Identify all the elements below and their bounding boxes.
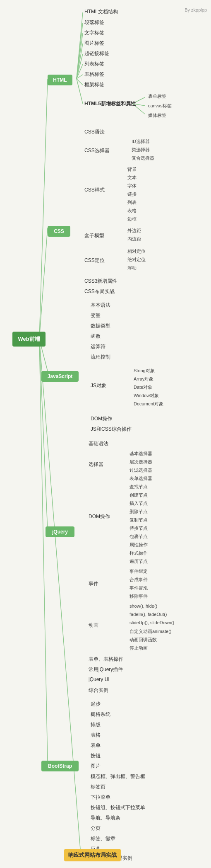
jq-dom-0: 查找节点 — [128, 483, 149, 490]
css-item-6: CSS布局实战 — [83, 287, 116, 296]
bs-item-7: 模态框、弹出框、警告框 — [89, 772, 147, 781]
js-obj-0: String对象 — [132, 367, 156, 374]
svg-line-11 — [77, 64, 83, 79]
jq-sel-3: 表单选择器 — [128, 475, 153, 482]
html-item-4: 超链接标签 — [83, 49, 111, 58]
bs-item-1: 栅格系统 — [89, 710, 112, 719]
css-style-2: 字体 — [126, 182, 138, 189]
js-item-7: DOM操作 — [89, 415, 114, 423]
jq-dom-6: 包裹节点 — [128, 533, 149, 540]
jq-item-5: 表单、表格操作 — [87, 655, 125, 664]
jq-dom-9: 遍历节点 — [128, 558, 149, 565]
jq-item-0: 基础语法 — [87, 439, 110, 448]
css-pos-2: 浮动 — [126, 264, 138, 272]
bs-item-8: 标签页 — [89, 783, 107, 791]
jq-anim-3: 自定义动画animate() — [128, 628, 173, 635]
jq-item-3: 事件 — [87, 579, 100, 588]
svg-line-5 — [39, 339, 81, 854]
html-sub-2: 媒体标签 — [147, 112, 168, 119]
css-box-0: 外边距 — [126, 227, 142, 234]
jq-item-8: 综合实例 — [87, 686, 110, 695]
js-node: JavaScript — [41, 371, 79, 382]
html-item-8: HTML5新增标签和属性 — [83, 99, 137, 108]
js-item-3: 函数 — [89, 332, 102, 341]
css-pos-1: 绝对定位 — [126, 256, 147, 263]
svg-line-8 — [77, 33, 83, 79]
jq-sel-0: 基本选择器 — [128, 450, 153, 457]
html-item-0: HTML文档结构 — [83, 7, 120, 16]
jq-evt-1: 合成事件 — [128, 576, 149, 583]
jq-dom-7: 属性操作 — [128, 541, 149, 548]
bs-item-2: 排版 — [89, 720, 102, 729]
jq-anim-2: slideUp(), slideDown() — [128, 620, 175, 626]
css-item-2: CSS样式 — [83, 186, 106, 194]
bs-item-5: 按钮 — [89, 752, 102, 760]
html-sub-1: canvas标签 — [147, 102, 173, 109]
css-sel-2: 复合选择器 — [130, 155, 156, 162]
svg-line-4 — [39, 339, 48, 763]
js-item-1: 变量 — [89, 311, 102, 320]
html-sub-0: 表单标签 — [147, 93, 168, 100]
js-obj-2: Date对象 — [132, 384, 153, 391]
bottom-node: 响应式网站布局实战 — [64, 849, 121, 861]
css-item-4: CSS定位 — [83, 256, 106, 265]
jq-dom-4: 复制节点 — [128, 516, 149, 524]
mind-map: Web前端 HTML HTML文档结构 段落标签 文字标签 图片标签 超链接标签… — [0, 0, 211, 17]
css-style-5: 表格 — [126, 207, 138, 214]
css-item-3: 盒子模型 — [83, 231, 106, 240]
css-style-1: 文本 — [126, 174, 138, 181]
css-node: CSS — [48, 226, 70, 237]
css-item-1: CSS选择器 — [83, 146, 111, 155]
jq-item-2: DOM操作 — [87, 512, 112, 521]
jq-sel-2: 过滤选择器 — [128, 467, 153, 474]
jq-evt-0: 事件绑定 — [128, 568, 149, 575]
jq-dom-2: 插入节点 — [128, 500, 149, 507]
jq-anim-4: 动画回调函数 — [128, 636, 158, 643]
js-item-0: 基本语法 — [89, 301, 112, 310]
jq-anim-1: fadeIn(), fadeOut() — [128, 611, 168, 617]
jq-item-6: 常用jQuery插件 — [87, 665, 125, 674]
svg-line-0 — [39, 79, 48, 339]
html-item-3: 图片标签 — [83, 39, 106, 48]
html-item-1: 段落标签 — [83, 18, 106, 27]
css-pos-0: 相对定位 — [126, 248, 147, 255]
css-item-0: CSS语法 — [83, 128, 106, 136]
html-node: HTML — [48, 75, 72, 85]
css-sel-0: ID选择器 — [130, 138, 151, 145]
html-item-2: 文字标签 — [83, 29, 106, 37]
watermark: By zkpplpp — [185, 7, 207, 12]
jq-anim-5: 停止动画 — [128, 645, 149, 652]
bs-item-4: 表单 — [89, 741, 102, 750]
js-item-8: JS和CSS综合操作 — [89, 425, 133, 434]
svg-line-6 — [77, 12, 83, 79]
svg-line-3 — [39, 339, 48, 531]
css-box-1: 内边距 — [126, 235, 142, 242]
bootstrap-node: BootStrap — [41, 761, 79, 771]
css-sel-1: 类选择器 — [130, 146, 151, 153]
jq-evt-2: 事件冒泡 — [128, 584, 149, 592]
js-obj-1: Array对象 — [132, 376, 155, 383]
css-style-6: 边框 — [126, 216, 138, 223]
jq-item-4: 动画 — [87, 621, 100, 630]
jq-sel-1: 层次选择器 — [128, 458, 153, 466]
jq-dom-1: 创建节点 — [128, 492, 149, 499]
bs-item-6: 图片 — [89, 762, 102, 771]
jq-dom-5: 替换节点 — [128, 525, 149, 532]
svg-line-14 — [77, 79, 83, 104]
js-item-4: 运算符 — [89, 342, 107, 351]
svg-line-7 — [77, 23, 83, 79]
svg-line-13 — [77, 79, 83, 85]
svg-line-9 — [77, 44, 83, 79]
bs-item-11: 导航、导航条 — [89, 814, 122, 822]
svg-line-10 — [77, 54, 83, 79]
html-item-7: 框架标签 — [83, 80, 106, 89]
jq-item-1: 选择器 — [87, 460, 105, 469]
jq-anim-0: show(), hide() — [128, 603, 158, 609]
css-style-0: 背景 — [126, 166, 138, 173]
css-style-4: 列表 — [126, 199, 138, 206]
root-node: Web前端 — [12, 332, 46, 347]
js-item-2: 数据类型 — [89, 322, 112, 330]
css-style-3: 链接 — [126, 191, 138, 198]
bs-item-3: 表格 — [89, 731, 102, 739]
html-item-6: 表格标签 — [83, 70, 106, 79]
